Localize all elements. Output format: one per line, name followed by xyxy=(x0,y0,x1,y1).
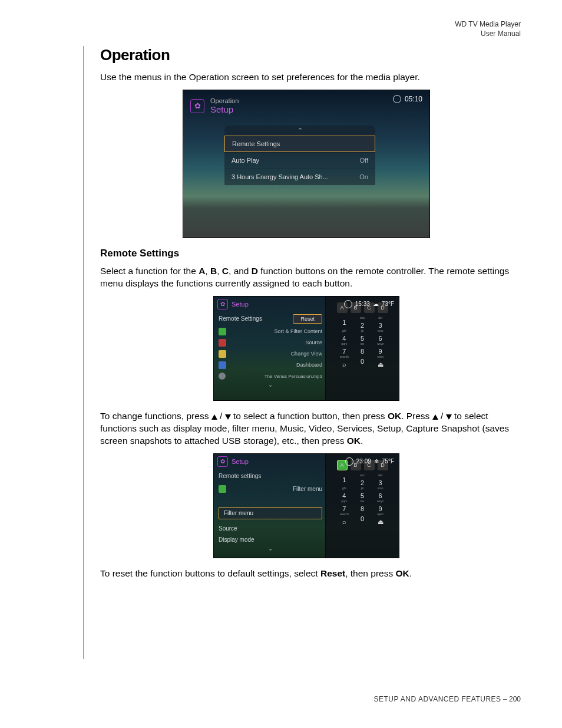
numpad-key[interactable]: mno6 xyxy=(372,487,389,499)
weather-icon: ❄ xyxy=(374,458,379,465)
panel-title: Remote settings xyxy=(214,469,327,483)
key-d: D xyxy=(252,266,258,276)
reset-label: Reset xyxy=(320,568,345,578)
ok-label: OK xyxy=(388,411,401,421)
button-b-icon xyxy=(219,339,226,347)
status-bar: 23:09 ❄ 75°F xyxy=(345,457,394,466)
numpad-key[interactable]: wxyz9 xyxy=(372,500,389,512)
now-playing-row: The Venus Persuasion.mp3 xyxy=(214,371,327,381)
button-a-icon xyxy=(219,328,226,335)
numpad-key[interactable]: wxyz9 xyxy=(372,342,389,354)
current-key-row: Filter menu xyxy=(214,483,327,495)
fn-label: Dashboard xyxy=(296,362,322,368)
menu-energy-saving[interactable]: 3 Hours Energy Saving Auto Sh... On xyxy=(224,169,375,185)
now-playing: The Venus Persuasion.mp3 xyxy=(265,373,322,379)
numpad-key[interactable]: 1 xyxy=(336,317,353,328)
numpad-key[interactable]: pqrs7 xyxy=(336,342,353,354)
screenshot-operation: ✿ Operation Setup 05:10 ⌃ Remote Setting… xyxy=(183,90,430,238)
numpad-key[interactable]: tuv8 xyxy=(354,342,371,354)
doc-product: WD TV Media Player xyxy=(455,20,521,29)
numpad-key[interactable]: 0 xyxy=(354,513,371,525)
up-arrow-icon xyxy=(432,414,438,420)
current-value: Filter menu xyxy=(293,486,322,492)
down-arrow-icon xyxy=(446,414,452,420)
fn-label: Source xyxy=(305,340,322,345)
numpad-key[interactable]: ghi4 xyxy=(336,487,353,499)
numpad-key[interactable]: jkl5 xyxy=(354,487,371,499)
reset-button[interactable]: Reset xyxy=(293,314,322,324)
numpad-key[interactable]: 0 xyxy=(354,355,371,367)
chevron-down-icon: ⌄ xyxy=(214,545,327,552)
key-b: B xyxy=(210,266,217,276)
numpad-key[interactable]: jkl5 xyxy=(354,330,371,341)
section-intro: Use the menus in the Operation screen to… xyxy=(100,71,513,84)
temperature: 73°F xyxy=(382,301,394,307)
page-content: Operation Use the menus in the Operation… xyxy=(100,46,513,585)
down-arrow-icon xyxy=(225,414,231,420)
clock-time: 05:10 xyxy=(405,95,422,103)
right-panel: 15:33 ☁ 73°F A B C D 1abc2def3ghi4jkl5mn… xyxy=(325,297,399,400)
change-functions-para: To change functions, press / to select a… xyxy=(100,410,513,447)
fn-label: Change View xyxy=(291,351,322,357)
fn-row-a[interactable]: Sort & Filter Content xyxy=(214,326,327,337)
menu-label: Auto Play xyxy=(232,157,259,164)
panel-title: Remote Settings xyxy=(219,315,262,322)
remote-intro: Select a function for the A, B, C, and D… xyxy=(100,265,513,290)
gear-icon: ✿ xyxy=(190,99,204,113)
clock-icon xyxy=(344,300,352,308)
numpad-key[interactable]: def3 xyxy=(372,317,389,328)
subsection-title: Remote Settings xyxy=(100,248,513,259)
screenshot-remote-select: ✿ Setup Remote settings Filter menu Filt… xyxy=(213,453,399,558)
margin-rule xyxy=(83,46,84,659)
clock-icon xyxy=(393,95,401,103)
numpad-key[interactable]: pqrs7 xyxy=(336,500,353,512)
numpad-key[interactable]: def3 xyxy=(372,474,389,486)
footer-section: SETUP AND ADVANCED FEATURES xyxy=(373,695,501,703)
button-a-icon xyxy=(219,485,226,493)
numpad-key[interactable]: search⌕ xyxy=(336,355,353,367)
clock: 05:10 xyxy=(393,95,422,103)
numpad: 1abc2def3ghi4jkl5mno6pqrs7tuv8wxyz9searc… xyxy=(336,317,389,367)
weather-icon: ☁ xyxy=(373,301,379,307)
disc-icon xyxy=(219,373,226,380)
clock-time: 23:09 xyxy=(356,458,371,465)
menu-auto-play[interactable]: Auto Play Off xyxy=(224,152,375,169)
numpad-key[interactable]: abc2 xyxy=(354,317,371,328)
temperature: 75°F xyxy=(382,458,394,465)
numpad: 1abc2def3ghi4jkl5mno6pqrs7tuv8wxyz9searc… xyxy=(336,474,389,525)
right-panel: 23:09 ❄ 75°F A B C D 1abc2def3ghi4jkl5mn… xyxy=(325,454,399,558)
numpad-key[interactable]: mno6 xyxy=(372,330,389,341)
option-selected[interactable]: Filter menu xyxy=(219,507,322,519)
doc-header: WD TV Media Player User Manual xyxy=(455,20,521,38)
left-panel: ✿ Setup Remote Settings Reset Sort & Fil… xyxy=(214,297,327,400)
numpad-key[interactable]: abc2 xyxy=(354,474,371,486)
numpad-key[interactable]: ghi4 xyxy=(336,330,353,341)
numpad-key[interactable]: eject⏏ xyxy=(372,513,389,525)
page-number: 200 xyxy=(509,695,521,703)
button-d-icon xyxy=(219,361,226,369)
clock-icon xyxy=(345,457,353,466)
option-display-mode[interactable]: Display mode xyxy=(214,534,327,545)
left-panel: ✿ Setup Remote settings Filter menu Filt… xyxy=(214,454,327,558)
gear-icon: ✿ xyxy=(217,456,228,467)
button-c-icon xyxy=(219,350,226,358)
menu-label: 3 Hours Energy Saving Auto Sh... xyxy=(232,173,328,180)
numpad-key[interactable]: tuv8 xyxy=(354,500,371,512)
chevron-down-icon: ⌄ xyxy=(214,381,327,388)
panel-header: Remote Settings Reset xyxy=(214,312,327,326)
numpad-key[interactable]: 1 xyxy=(336,474,353,486)
page-footer: SETUP AND ADVANCED FEATURES – 200 xyxy=(373,695,521,703)
section-title: Operation xyxy=(100,46,513,64)
ok-label: OK xyxy=(395,568,409,578)
option-source[interactable]: Source xyxy=(214,523,327,534)
status-bar: 15:33 ☁ 73°F xyxy=(344,300,394,308)
numpad-key[interactable]: eject⏏ xyxy=(372,355,389,367)
fn-row-b[interactable]: Source xyxy=(214,337,327,348)
menu-remote-settings[interactable]: Remote Settings xyxy=(224,136,375,152)
key-c: C xyxy=(222,266,229,276)
chevron-up-icon: ⌃ xyxy=(224,126,375,136)
fn-row-d[interactable]: Dashboard xyxy=(214,360,327,371)
numpad-key[interactable]: search⌕ xyxy=(336,513,353,525)
fn-row-c[interactable]: Change View xyxy=(214,348,327,360)
fn-label: Sort & Filter Content xyxy=(274,328,322,334)
